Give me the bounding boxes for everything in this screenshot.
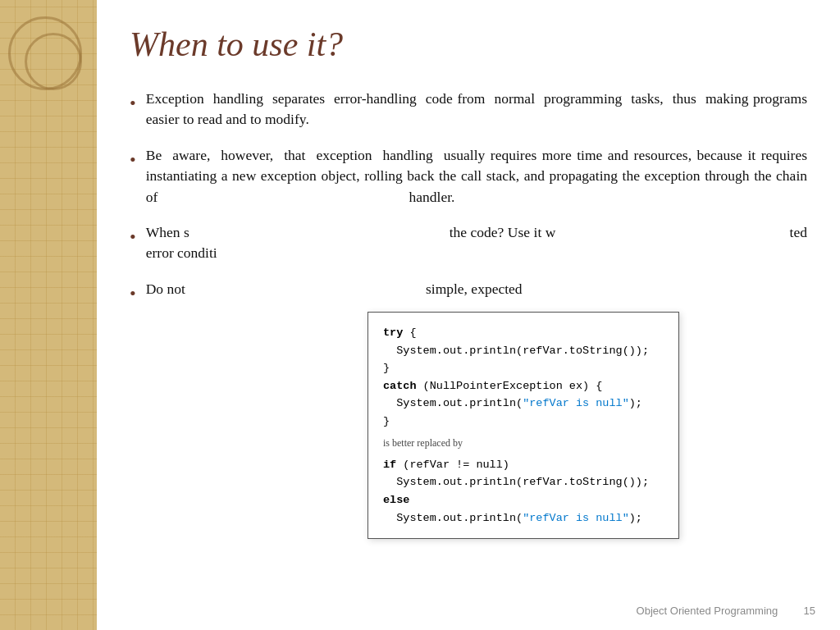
code-line: System.out.println(refVar.toString()); bbox=[383, 473, 664, 491]
bullet-text-1: Exception handling separates error-handl… bbox=[146, 89, 807, 130]
bullet-dot-1: • bbox=[130, 90, 136, 116]
code-popup: try { System.out.println(refVar.toString… bbox=[368, 312, 679, 539]
code-line: } bbox=[383, 359, 664, 377]
code-line: System.out.println("refVar is null"); bbox=[383, 395, 664, 413]
slide-footer: Object Oriented Programming 15 bbox=[637, 605, 815, 617]
code-keyword: if bbox=[383, 459, 396, 471]
bullet-dot-4: • bbox=[130, 281, 136, 307]
footer-page: 15 bbox=[804, 605, 815, 617]
code-keyword: else bbox=[383, 494, 409, 506]
bullet-list: • Exception handling separates error-han… bbox=[130, 89, 807, 307]
code-line: System.out.println(refVar.toString()); bbox=[383, 342, 664, 360]
list-item: • Do not simple, expected bbox=[130, 279, 807, 307]
main-content: When to use it? • Exception handling sep… bbox=[97, 0, 840, 630]
slide-title: When to use it? bbox=[130, 25, 807, 64]
code-line: System.out.println("refVar is null"); bbox=[383, 509, 664, 527]
code-keyword: catch bbox=[383, 380, 417, 392]
bullet-dot-3: • bbox=[130, 224, 136, 250]
sidebar bbox=[0, 0, 97, 630]
code-line: if (refVar != null) bbox=[383, 456, 664, 474]
sidebar-decoration bbox=[8, 16, 90, 98]
list-item: • Exception handling separates error-han… bbox=[130, 89, 807, 130]
footer-course: Object Oriented Programming bbox=[637, 605, 778, 617]
code-line: catch (NullPointerException ex) { bbox=[383, 377, 664, 395]
bullet-text-3: When s the code? Use it w ted error cond… bbox=[146, 222, 807, 264]
bullet-dot-2: • bbox=[130, 147, 136, 173]
bullet-text-4: Do not simple, expected bbox=[146, 279, 807, 299]
code-block-1: try { System.out.println(refVar.toString… bbox=[383, 324, 664, 431]
code-line: else bbox=[383, 491, 664, 509]
code-block-2: if (refVar != null) System.out.println(r… bbox=[383, 456, 664, 527]
code-separator: is better replaced by bbox=[383, 436, 664, 451]
bullet-text-2: Be aware, however, that exception handli… bbox=[146, 145, 807, 208]
list-item: • Be aware, however, that exception hand… bbox=[130, 145, 807, 208]
code-keyword: try bbox=[383, 326, 403, 339]
code-line: } bbox=[383, 413, 664, 431]
circle-inner bbox=[25, 33, 82, 90]
code-line: try { bbox=[383, 324, 664, 342]
list-item: • When s the code? Use it w ted error bbox=[130, 222, 807, 264]
